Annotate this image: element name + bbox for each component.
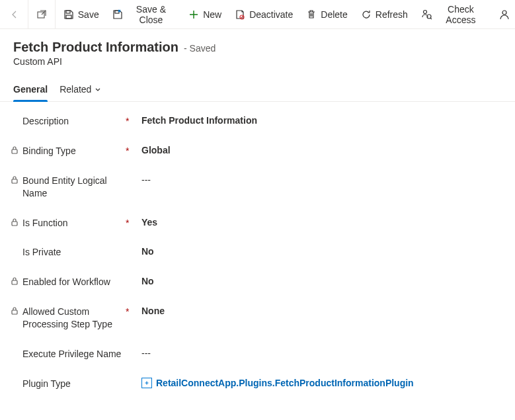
deactivate-button[interactable]: Deactivate xyxy=(228,0,299,29)
open-new-window-button[interactable] xyxy=(30,0,54,29)
field-value[interactable]: Fetch Product Information xyxy=(141,115,257,126)
field-value: Global xyxy=(141,145,171,155)
field-execute-privilege: Execute Privilege Name --- xyxy=(7,348,502,360)
plus-icon xyxy=(188,9,199,20)
svg-point-5 xyxy=(423,10,426,13)
svg-rect-1 xyxy=(66,11,70,13)
lock-icon xyxy=(11,276,20,286)
svg-rect-11 xyxy=(12,280,17,284)
lock-icon xyxy=(11,146,20,155)
field-value: No xyxy=(141,276,154,286)
save-close-icon xyxy=(112,9,123,20)
tab-general[interactable]: General xyxy=(13,79,48,101)
check-access-label: Check Access xyxy=(436,4,486,25)
required-indicator xyxy=(126,276,141,277)
lock-icon xyxy=(11,175,20,185)
field-plugin-type: Plugin Type RetailConnectApp.Plugins.Fet… xyxy=(7,378,502,390)
arrow-left-icon xyxy=(9,9,20,20)
form-general: Description * Fetch Product Information … xyxy=(0,102,515,414)
toolbar-divider xyxy=(55,0,56,29)
field-bound-entity: Bound Entity Logical Name --- xyxy=(7,175,502,200)
command-bar: Save Save & Close New Deactivate Delete … xyxy=(0,0,515,29)
field-value: Yes xyxy=(141,217,157,228)
required-indicator xyxy=(126,246,141,247)
check-access-icon xyxy=(421,9,432,20)
field-label: Enabled for Workflow xyxy=(22,276,110,288)
field-is-function: Is Function * Yes xyxy=(7,217,502,230)
plugin-type-text: RetailConnectApp.Plugins.FetchProductInf… xyxy=(156,378,414,388)
tab-related[interactable]: Related xyxy=(59,79,102,101)
save-icon xyxy=(63,9,74,20)
field-binding-type: Binding Type * Global xyxy=(7,145,502,157)
deactivate-label: Deactivate xyxy=(249,9,293,20)
deactivate-icon xyxy=(235,9,245,20)
required-indicator xyxy=(126,378,141,379)
plugin-type-link[interactable]: RetailConnectApp.Plugins.FetchProductInf… xyxy=(141,378,414,388)
field-is-private: Is Private No xyxy=(7,246,502,259)
field-value[interactable]: --- xyxy=(141,348,151,358)
field-description: Description * Fetch Product Information xyxy=(7,115,502,128)
save-label: Save xyxy=(78,9,99,20)
person-icon xyxy=(499,9,510,20)
field-label: Allowed Custom Processing Step Type xyxy=(22,306,126,331)
field-label: Bound Entity Logical Name xyxy=(22,175,126,200)
page-title: Fetch Product Information xyxy=(13,40,178,55)
open-new-window-icon xyxy=(36,9,47,20)
field-label: Plugin Type xyxy=(22,378,71,390)
field-enabled-workflow: Enabled for Workflow No xyxy=(7,276,502,288)
field-value: --- xyxy=(141,175,151,185)
new-button[interactable]: New xyxy=(182,0,228,29)
svg-rect-8 xyxy=(12,149,17,153)
save-close-button[interactable]: Save & Close xyxy=(106,0,182,29)
new-label: New xyxy=(203,9,221,20)
required-indicator xyxy=(126,175,141,176)
field-value[interactable]: No xyxy=(141,246,154,257)
tab-general-label: General xyxy=(13,84,48,95)
refresh-button[interactable]: Refresh xyxy=(354,0,415,29)
assign-button[interactable] xyxy=(493,0,512,29)
field-label: Execute Privilege Name xyxy=(22,348,121,360)
lock-icon xyxy=(11,218,20,227)
entity-name: Custom API xyxy=(13,56,502,67)
field-label: Binding Type xyxy=(22,145,76,157)
svg-rect-10 xyxy=(12,222,17,226)
toolbar-divider xyxy=(28,0,28,29)
record-header: Fetch Product Information - Saved Custom… xyxy=(0,29,515,72)
chevron-down-icon xyxy=(94,85,102,93)
lock-icon xyxy=(11,306,20,315)
required-indicator: * xyxy=(126,217,141,228)
field-label: Is Function xyxy=(22,217,67,230)
tab-list: General Related xyxy=(0,79,515,102)
plugin-icon xyxy=(141,378,152,388)
required-indicator xyxy=(126,348,141,349)
field-allowed-custom: Allowed Custom Processing Step Type * No… xyxy=(7,306,502,331)
required-indicator: * xyxy=(126,145,141,155)
save-status: - Saved xyxy=(184,43,216,54)
svg-rect-12 xyxy=(12,310,17,314)
refresh-icon xyxy=(361,9,372,20)
svg-rect-9 xyxy=(12,179,17,183)
required-indicator: * xyxy=(126,306,141,316)
back-button[interactable] xyxy=(3,0,26,29)
refresh-label: Refresh xyxy=(376,9,408,20)
field-label: Is Private xyxy=(22,246,61,259)
save-close-label: Save & Close xyxy=(127,4,175,25)
tab-related-label: Related xyxy=(59,84,91,95)
field-label: Description xyxy=(22,115,69,128)
field-value: None xyxy=(141,306,165,316)
delete-label: Delete xyxy=(321,9,347,20)
svg-point-7 xyxy=(502,11,506,15)
field-value[interactable]: RetailConnectApp.Plugins.FetchProductInf… xyxy=(141,378,414,388)
delete-button[interactable]: Delete xyxy=(299,0,354,29)
save-button[interactable]: Save xyxy=(57,0,106,29)
required-indicator: * xyxy=(126,115,141,126)
trash-icon xyxy=(306,9,317,20)
check-access-button[interactable]: Check Access xyxy=(415,0,493,29)
svg-rect-2 xyxy=(66,15,71,19)
